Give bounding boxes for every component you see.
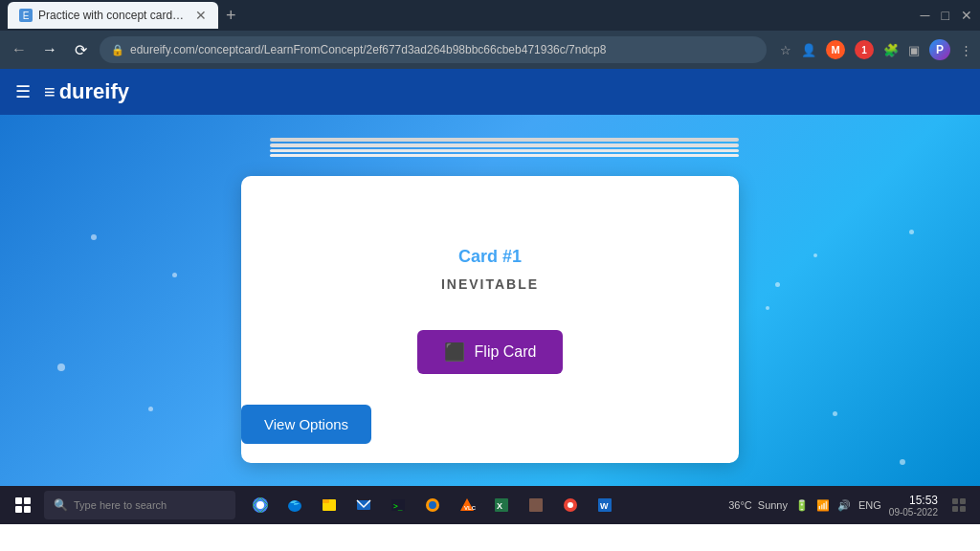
svg-text:X: X bbox=[497, 501, 502, 511]
browser-tab[interactable]: E Practice with concept card - sc... ✕ bbox=[8, 2, 218, 29]
taskbar-chrome2-icon[interactable] bbox=[555, 490, 586, 520]
star-icon[interactable]: ☆ bbox=[780, 43, 791, 57]
decorative-dot bbox=[172, 273, 177, 277]
forward-button[interactable]: → bbox=[38, 41, 61, 58]
brand-icon: ≡ bbox=[44, 81, 56, 103]
flip-card-label: Flip Card bbox=[475, 343, 537, 361]
svg-text:VLC: VLC bbox=[464, 505, 476, 511]
new-tab-button[interactable]: + bbox=[226, 6, 236, 26]
svg-point-9 bbox=[429, 501, 436, 509]
svg-text:>_: >_ bbox=[393, 502, 403, 511]
system-tray: 🔋 📶 🔊 ENG bbox=[795, 499, 881, 512]
wifi-icon: 📶 bbox=[816, 499, 830, 512]
minimize-button[interactable]: ─ bbox=[921, 8, 930, 23]
taskbar-mail-icon[interactable] bbox=[348, 490, 379, 520]
decorative-dot bbox=[469, 249, 473, 253]
flip-icon: ⬛ bbox=[444, 342, 465, 363]
search-placeholder: Type here to search bbox=[74, 499, 167, 511]
taskbar-excel-icon[interactable]: X bbox=[486, 490, 517, 520]
decorative-dot bbox=[258, 239, 262, 243]
taskbar-pinned-icons: >_ VLC X bbox=[245, 490, 620, 520]
decorative-dot bbox=[813, 253, 817, 257]
hamburger-menu[interactable]: ☰ bbox=[15, 81, 31, 102]
weather-condition: Sunny bbox=[758, 499, 788, 511]
clock-date: 09-05-2022 bbox=[889, 507, 938, 518]
decorative-dot bbox=[57, 364, 65, 371]
svg-rect-22 bbox=[960, 506, 966, 512]
svg-point-1 bbox=[256, 501, 264, 509]
decorative-dot bbox=[766, 306, 769, 310]
decorative-dot bbox=[727, 239, 732, 244]
taskbar-unknown-icon[interactable] bbox=[521, 490, 551, 520]
brand-name: dureify bbox=[59, 79, 129, 104]
title-bar: E Practice with concept card - sc... ✕ +… bbox=[0, 0, 980, 31]
svg-rect-21 bbox=[952, 506, 958, 512]
browser-actions: ☆ 👤 M 1 🧩 ▣ P ⋮ bbox=[780, 39, 972, 60]
url-text: edureify.com/conceptcard/LearnFromConcep… bbox=[130, 43, 606, 56]
app-header: ☰ ≡ dureify bbox=[0, 69, 980, 115]
decorative-dot bbox=[148, 407, 153, 411]
address-bar: ← → ⟳ 🔒 edureify.com/conceptcard/LearnFr… bbox=[0, 31, 980, 69]
browser-chrome: E Practice with concept card - sc... ✕ +… bbox=[0, 0, 980, 69]
taskbar-word-icon[interactable]: W bbox=[590, 490, 620, 520]
notification-icon[interactable]: 1 bbox=[855, 40, 874, 59]
stack-layers bbox=[270, 138, 739, 147]
puzzle-icon[interactable]: 🧩 bbox=[883, 43, 899, 57]
svg-rect-4 bbox=[323, 499, 329, 503]
menu-icon[interactable]: ⋮ bbox=[960, 43, 972, 57]
taskbar: 🔍 Type here to search bbox=[0, 486, 980, 524]
decorative-dot bbox=[833, 411, 837, 416]
account-icon[interactable]: 👤 bbox=[801, 43, 816, 57]
taskbar-terminal-icon[interactable]: >_ bbox=[383, 490, 413, 520]
svg-rect-20 bbox=[960, 498, 966, 504]
taskbar-right: 36°C Sunny 🔋 📶 🔊 ENG 15:53 09-05-2022 bbox=[728, 492, 972, 518]
clock-time: 15:53 bbox=[889, 494, 938, 507]
tab-favicon: E bbox=[19, 9, 33, 22]
battery-icon: 🔋 bbox=[795, 499, 809, 512]
svg-rect-19 bbox=[952, 498, 958, 504]
decorative-dot bbox=[354, 239, 357, 242]
decorative-dot bbox=[622, 215, 628, 221]
sidebar-icon[interactable]: ▣ bbox=[908, 43, 920, 57]
weather-temp: 36°C bbox=[728, 499, 752, 511]
system-clock: 15:53 09-05-2022 bbox=[889, 494, 938, 518]
start-button[interactable] bbox=[8, 490, 38, 520]
card-number: Card #1 bbox=[458, 247, 522, 267]
back-button[interactable]: ← bbox=[8, 41, 31, 58]
tab-close-button[interactable]: ✕ bbox=[195, 8, 207, 23]
decorative-dot bbox=[909, 230, 914, 234]
restore-button[interactable]: □ bbox=[942, 8, 949, 23]
profile-avatar[interactable]: P bbox=[929, 39, 950, 60]
flip-card-button[interactable]: ⬛ Flip Card bbox=[417, 330, 564, 374]
svg-text:W: W bbox=[600, 501, 609, 511]
card-stack: Card #1 INEVITABLE ⬛ Flip Card View Opti… bbox=[241, 138, 739, 463]
url-box[interactable]: 🔒 edureify.com/conceptcard/LearnFromConc… bbox=[100, 36, 767, 63]
svg-rect-14 bbox=[529, 498, 543, 512]
tab-title: Practice with concept card - sc... bbox=[38, 9, 186, 22]
decorative-dot bbox=[775, 282, 780, 287]
weather-info: 36°C Sunny bbox=[728, 499, 788, 511]
close-button[interactable]: ✕ bbox=[961, 8, 972, 23]
decorative-dot bbox=[91, 234, 97, 240]
decorative-dot bbox=[364, 225, 368, 230]
taskbar-edge-icon[interactable] bbox=[279, 490, 310, 520]
notification-center[interactable] bbox=[946, 492, 972, 518]
window-controls: ─ □ ✕ bbox=[921, 8, 972, 23]
windows-logo bbox=[15, 497, 31, 513]
search-icon: 🔍 bbox=[54, 498, 68, 512]
taskbar-chrome-icon[interactable] bbox=[245, 490, 276, 520]
decorative-dot bbox=[900, 459, 905, 465]
brand-logo: ≡ dureify bbox=[44, 79, 129, 104]
svg-point-16 bbox=[568, 502, 573, 508]
taskbar-search[interactable]: 🔍 Type here to search bbox=[44, 491, 235, 519]
view-options-label: View Options bbox=[264, 416, 348, 432]
card-word: INEVITABLE bbox=[441, 276, 539, 292]
taskbar-files-icon[interactable] bbox=[314, 490, 345, 520]
view-options-button[interactable]: View Options bbox=[241, 405, 371, 444]
m-extension-icon[interactable]: M bbox=[826, 40, 845, 59]
lock-icon: 🔒 bbox=[111, 44, 124, 56]
language-indicator: ENG bbox=[858, 499, 881, 511]
refresh-button[interactable]: ⟳ bbox=[69, 41, 92, 59]
taskbar-vlc-icon[interactable]: VLC bbox=[452, 490, 482, 520]
taskbar-firefox-icon[interactable] bbox=[417, 490, 448, 520]
